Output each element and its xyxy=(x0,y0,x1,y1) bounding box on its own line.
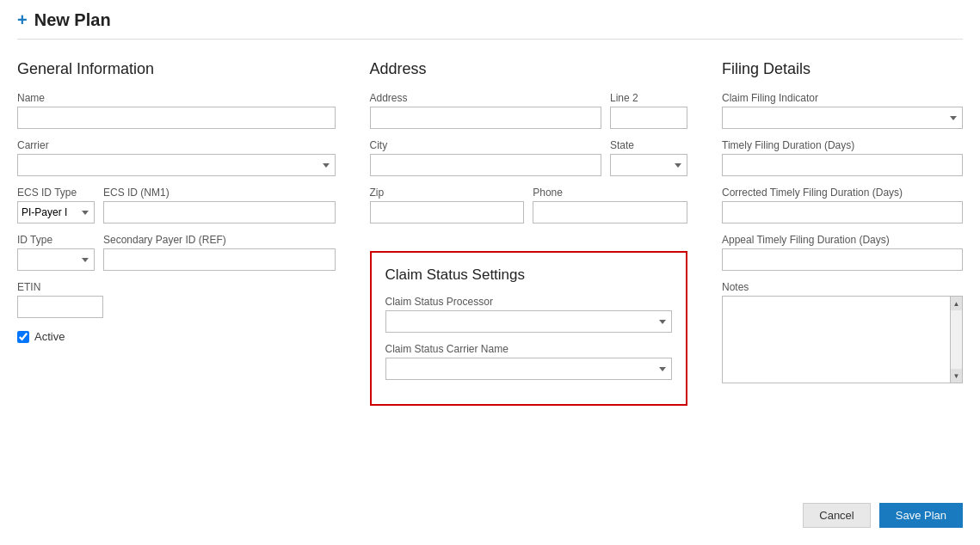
phone-label: Phone xyxy=(533,187,687,199)
claim-status-carrier-name-field-group: Claim Status Carrier Name xyxy=(385,343,673,380)
save-button[interactable]: Save Plan xyxy=(879,503,963,528)
zip-input[interactable] xyxy=(370,201,525,224)
state-select[interactable] xyxy=(610,154,687,176)
zip-field-group: Zip xyxy=(370,187,525,224)
scroll-up-arrow[interactable]: ▲ xyxy=(951,297,962,310)
appeal-timely-field-group: Appeal Timely Filing Duration (Days) xyxy=(722,234,963,271)
timely-filing-field-group: Timely Filing Duration (Days) xyxy=(722,139,963,176)
name-input[interactable] xyxy=(17,107,336,129)
page-title: New Plan xyxy=(34,10,111,30)
claim-status-processor-field-group: Claim Status Processor xyxy=(385,296,673,333)
id-type-row: ID Type Secondary Payer ID (REF) xyxy=(17,234,336,281)
general-information-section: General Information Name Carrier ECS ID … xyxy=(17,60,336,406)
claim-status-carrier-name-label: Claim Status Carrier Name xyxy=(385,343,673,355)
corrected-timely-label: Corrected Timely Filing Duration (Days) xyxy=(722,187,963,199)
address-label: Address xyxy=(370,92,602,104)
claim-filing-indicator-select[interactable] xyxy=(722,107,963,129)
id-type-field-group: ID Type xyxy=(17,234,95,271)
etin-field-group: ETIN xyxy=(17,281,336,318)
secondary-payer-id-input[interactable] xyxy=(103,248,336,271)
carrier-field-group: Carrier xyxy=(17,139,336,176)
notes-wrapper: ▲ ▼ xyxy=(722,296,963,383)
phone-field-group: Phone xyxy=(533,187,687,224)
cancel-button[interactable]: Cancel xyxy=(803,503,870,528)
button-bar: Cancel Save Plan xyxy=(803,503,963,528)
address-input[interactable] xyxy=(370,107,602,129)
notes-scrollbar: ▲ ▼ xyxy=(950,297,962,383)
secondary-payer-id-field-group: Secondary Payer ID (REF) xyxy=(103,234,336,271)
name-field-group: Name xyxy=(17,92,336,129)
city-label: City xyxy=(370,139,602,151)
filing-details-title: Filing Details xyxy=(722,60,963,78)
phone-input[interactable] xyxy=(533,201,687,224)
plus-icon: + xyxy=(17,10,28,30)
appeal-timely-input[interactable] xyxy=(722,248,963,271)
line2-field-group: Line 2 xyxy=(610,92,687,129)
carrier-select[interactable] xyxy=(17,154,336,176)
page-header: + New Plan xyxy=(17,10,963,40)
ecs-id-type-field-group: ECS ID Type PI-Payer I xyxy=(17,187,95,224)
ecs-id-type-label: ECS ID Type xyxy=(17,187,95,199)
active-checkbox[interactable] xyxy=(17,331,29,343)
claim-filing-indicator-label: Claim Filing Indicator xyxy=(722,92,963,104)
corrected-timely-input[interactable] xyxy=(722,201,963,224)
etin-label: ETIN xyxy=(17,281,336,293)
claim-status-processor-label: Claim Status Processor xyxy=(385,296,673,308)
claim-status-carrier-name-select[interactable] xyxy=(385,358,673,380)
address-section: Address Address Line 2 City State xyxy=(370,60,688,406)
claim-status-box: Claim Status Settings Claim Status Proce… xyxy=(370,251,688,406)
state-label: State xyxy=(610,139,687,151)
zip-phone-row: Zip Phone xyxy=(370,187,688,234)
ecs-id-row: ECS ID Type PI-Payer I ECS ID (NM1) xyxy=(17,187,336,234)
claim-filing-indicator-field-group: Claim Filing Indicator xyxy=(722,92,963,129)
secondary-payer-id-label: Secondary Payer ID (REF) xyxy=(103,234,336,246)
city-state-row: City State xyxy=(370,139,688,187)
line2-input[interactable] xyxy=(610,107,687,129)
etin-input[interactable] xyxy=(17,296,103,318)
timely-filing-input[interactable] xyxy=(722,154,963,176)
address-line1-row: Address Line 2 xyxy=(370,92,688,139)
state-field-group: State xyxy=(610,139,687,176)
filing-details-section: Filing Details Claim Filing Indicator Ti… xyxy=(722,60,963,406)
appeal-timely-label: Appeal Timely Filing Duration (Days) xyxy=(722,234,963,246)
address-field-group: Address xyxy=(370,92,602,129)
ecs-id-nm1-label: ECS ID (NM1) xyxy=(103,187,336,199)
general-information-title: General Information xyxy=(17,60,336,78)
page-container: + New Plan General Information Name Carr… xyxy=(0,0,980,545)
id-type-select[interactable] xyxy=(17,248,95,271)
active-checkbox-group: Active xyxy=(17,330,336,343)
notes-field-group: Notes ▲ ▼ xyxy=(722,281,963,383)
ecs-id-nm1-input[interactable] xyxy=(103,201,336,224)
line2-label: Line 2 xyxy=(610,92,687,104)
notes-label: Notes xyxy=(722,281,963,293)
claim-status-title: Claim Status Settings xyxy=(385,266,673,284)
claim-status-processor-select[interactable] xyxy=(385,310,673,333)
name-label: Name xyxy=(17,92,336,104)
ecs-id-nm1-field-group: ECS ID (NM1) xyxy=(103,187,336,224)
timely-filing-label: Timely Filing Duration (Days) xyxy=(722,139,963,151)
notes-textarea[interactable] xyxy=(723,297,950,383)
active-label[interactable]: Active xyxy=(34,330,65,343)
city-field-group: City xyxy=(370,139,602,176)
main-content: General Information Name Carrier ECS ID … xyxy=(17,60,963,406)
scroll-down-arrow[interactable]: ▼ xyxy=(951,369,962,383)
carrier-label: Carrier xyxy=(17,139,336,151)
ecs-id-type-select[interactable]: PI-Payer I xyxy=(17,201,95,224)
corrected-timely-field-group: Corrected Timely Filing Duration (Days) xyxy=(722,187,963,224)
address-title: Address xyxy=(370,60,688,78)
city-input[interactable] xyxy=(370,154,602,176)
zip-label: Zip xyxy=(370,187,525,199)
id-type-label: ID Type xyxy=(17,234,95,246)
